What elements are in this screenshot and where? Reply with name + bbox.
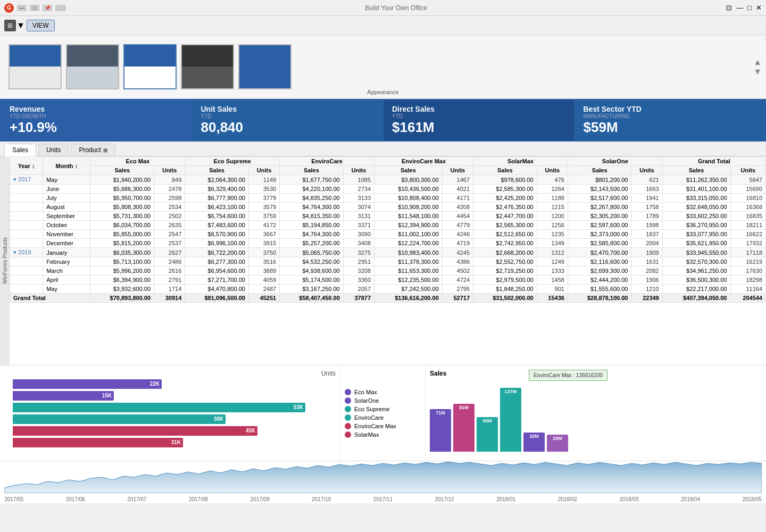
- scroll-table-area[interactable]: Year ↕ Month ↕ Eco Max Eco Supreme Envir…: [10, 156, 766, 365]
- year-cell: [10, 239, 43, 248]
- data-cell: $2,565,300.00: [473, 221, 537, 230]
- data-cell: $2,668,200.00: [473, 248, 537, 257]
- bar-value-label: 31K: [171, 439, 181, 445]
- data-cell: 17118: [730, 248, 766, 257]
- theme-swatch-2[interactable]: [66, 44, 119, 89]
- data-cell: $5,808,300.00: [90, 203, 154, 212]
- data-cell: 4171: [442, 194, 473, 203]
- data-cell: $6,570,900.00: [185, 230, 249, 239]
- data-cell: $4,220,100.00: [280, 185, 344, 194]
- gt-cell: $81,096,500.00: [185, 294, 249, 303]
- data-cell: 16219: [730, 257, 766, 267]
- data-cell: 16622: [730, 230, 766, 239]
- data-cell: $6,777,900.00: [185, 194, 249, 203]
- data-cell: $5,996,200.00: [90, 267, 154, 276]
- appearance-label: Appearance: [367, 89, 398, 95]
- data-cell: 2004: [631, 239, 662, 248]
- dropdown-arrow[interactable]: ▼: [17, 20, 24, 31]
- ecosup-header: Eco Supreme: [185, 157, 280, 166]
- data-cell: 3208: [343, 267, 374, 276]
- data-cell: 16835: [730, 212, 766, 221]
- data-cell: 2734: [343, 185, 374, 194]
- data-cell: 2502: [154, 212, 185, 221]
- data-cell: 4208: [442, 203, 473, 212]
- data-cell: $11,002,100.00: [374, 230, 443, 239]
- theme-swatch-1[interactable]: [9, 44, 62, 89]
- vertical-bar: 71M: [430, 409, 451, 452]
- data-cell: $5,174,500.00: [280, 276, 344, 285]
- restore-button[interactable]: □: [30, 5, 39, 11]
- tab-sales[interactable]: Sales: [4, 144, 36, 156]
- month-cell: February: [43, 257, 90, 267]
- timeline-label: 2017/12: [435, 496, 454, 502]
- data-cell: $2,699,300.00: [568, 267, 631, 276]
- data-cell: $3,800,300.00: [374, 175, 443, 185]
- grid-icon[interactable]: ⊞: [4, 20, 16, 31]
- data-cell: $10,908,200.00: [374, 203, 443, 212]
- vbar-block: 58M: [477, 417, 498, 452]
- table-row: March$5,996,200.002616$6,954,600.003889$…: [10, 267, 766, 276]
- data-cell: $12,235,500.00: [374, 276, 443, 285]
- timeline-labels: 2017/052017/062017/072017/082017/092017/…: [4, 495, 762, 503]
- data-cell: 1909: [631, 248, 662, 257]
- gt-cell: $136,616,200.00: [374, 294, 443, 303]
- month-cell: January: [43, 248, 90, 257]
- minimize-button[interactable]: —: [17, 5, 27, 11]
- data-cell: 11164: [730, 285, 766, 294]
- data-cell: 1235: [537, 230, 568, 239]
- data-cell: 2598: [154, 194, 185, 203]
- data-cell: $6,954,600.00: [185, 267, 249, 276]
- month-cell: June: [43, 185, 90, 194]
- timeline-label: 2018/01: [496, 496, 515, 502]
- data-cell: 1312: [537, 248, 568, 257]
- data-cell: $10,808,400.00: [374, 194, 443, 203]
- theme-scroll[interactable]: ▲ ▼: [753, 35, 762, 98]
- tab-product[interactable]: Product ⊞: [71, 144, 115, 156]
- theme-swatch-3[interactable]: [123, 44, 177, 89]
- resize-icon[interactable]: ⊡: [726, 4, 732, 12]
- envcare-units-header: Units: [343, 166, 374, 175]
- close-icon[interactable]: ✕: [756, 4, 762, 12]
- data-cell: 4779: [442, 221, 473, 230]
- data-cell: $6,035,300.00: [90, 248, 154, 257]
- theme-swatch-5[interactable]: [238, 44, 292, 89]
- gt-cell: $58,407,450.00: [280, 294, 344, 303]
- month-cell: April: [43, 276, 90, 285]
- year-cell: [10, 194, 43, 203]
- data-cell: 1149: [248, 175, 279, 185]
- bar-value-label: 45K: [246, 428, 255, 434]
- data-cell: 1467: [442, 175, 473, 185]
- maximize-icon[interactable]: □: [747, 4, 752, 12]
- extra-btn[interactable]: [55, 5, 66, 11]
- legend-item-label: SolarOne: [354, 397, 379, 404]
- data-cell: $5,713,100.00: [90, 257, 154, 267]
- theme-swatch-4[interactable]: [181, 44, 234, 89]
- grand-sales-header: Sales: [662, 166, 730, 175]
- gt-cell: 22349: [631, 294, 662, 303]
- data-cell: $5,257,200.00: [280, 239, 344, 248]
- data-cell: 2635: [154, 221, 185, 230]
- legend-item: SolarOne: [345, 397, 421, 404]
- bar-row: 15K: [13, 391, 336, 401]
- bar-row: 38K: [13, 414, 336, 424]
- data-cell: 2534: [154, 203, 185, 212]
- month-cell: August: [43, 203, 90, 212]
- data-cell: $6,329,400.00: [185, 185, 249, 194]
- data-cell: 4502: [442, 267, 473, 276]
- data-cell: $5,855,000.00: [90, 230, 154, 239]
- data-cell: $11,653,300.00: [374, 267, 443, 276]
- data-cell: $36,500,300.00: [662, 276, 730, 285]
- data-cell: 2057: [343, 285, 374, 294]
- solarmax-header: SolarMax: [473, 157, 568, 166]
- data-cell: 2795: [442, 285, 473, 294]
- data-cell: 1264: [537, 185, 568, 194]
- data-cell: 1941: [631, 194, 662, 203]
- data-cell: 4172: [248, 221, 279, 230]
- view-button[interactable]: VIEW: [27, 20, 55, 31]
- tab-units[interactable]: Units: [38, 144, 69, 156]
- ecomax-sales-header: Sales: [90, 166, 154, 175]
- minimize-icon[interactable]: —: [736, 4, 743, 12]
- table-container[interactable]: WinForms Products Year ↕ Month ↕ Eco Max…: [0, 156, 766, 365]
- data-cell: 4059: [248, 276, 279, 285]
- pin-button[interactable]: 📌: [43, 5, 52, 11]
